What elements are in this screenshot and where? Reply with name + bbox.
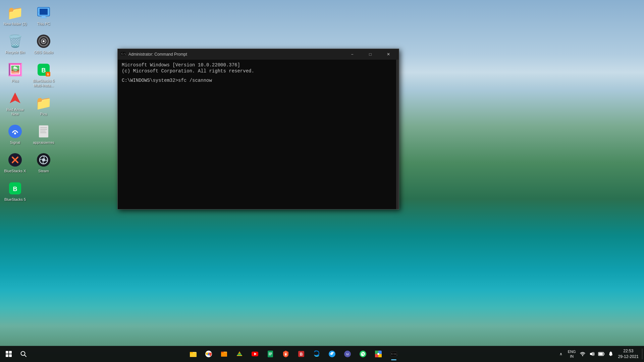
region-label: IN xyxy=(570,354,574,359)
svg-text:C:\>_: C:\>_ xyxy=(391,353,397,355)
desktop-icon-bluestacks-x[interactable]: BlueStacks X xyxy=(2,150,29,175)
tray-wifi[interactable] xyxy=(578,347,587,361)
clock-date: 29-12-2021 xyxy=(618,354,639,360)
svg-text:B: B xyxy=(13,186,17,192)
desktop-icon-bluestacks5-multi[interactable]: B 5 BlueStacks 5 Multi-Insta... xyxy=(30,60,57,89)
taskbar-brave[interactable] xyxy=(278,347,293,361)
taskbar-maps[interactable] xyxy=(371,347,386,361)
svg-point-70 xyxy=(610,352,611,352)
svg-rect-7 xyxy=(40,9,48,15)
desktop-icon-recycle-bin[interactable]: 🗑️ Recycle Bin xyxy=(2,32,29,56)
chrome-icon xyxy=(205,350,213,358)
this-pc-icon xyxy=(36,5,52,21)
obs-studio-label: OBS Studio xyxy=(34,50,53,55)
desktop-icon-bluestacks5[interactable]: B BlueStacks 5 xyxy=(2,179,29,203)
svg-rect-23 xyxy=(40,132,46,133)
wifi-icon xyxy=(580,351,585,357)
svg-rect-9 xyxy=(40,17,47,18)
system-clock[interactable]: 22:53 29-12-2021 xyxy=(615,347,641,361)
bluestacks-x-label: BlueStacks X xyxy=(4,169,26,173)
desktop-icon-steam[interactable]: Steam xyxy=(30,150,57,175)
svg-point-60 xyxy=(377,353,379,355)
cmd-title-icon: C:\ xyxy=(120,51,126,58)
cmd-scrollbar[interactable] xyxy=(396,60,399,209)
svg-rect-33 xyxy=(190,353,197,357)
search-icon xyxy=(20,351,27,357)
signal-icon xyxy=(7,123,23,139)
teams-icon: M xyxy=(343,350,352,358)
taskbar-chrome[interactable] xyxy=(201,347,216,361)
bluestacks5-icon: B xyxy=(7,180,23,196)
notification-icon xyxy=(608,351,613,357)
tray-chevron[interactable]: ∧ xyxy=(556,347,566,361)
taskbar-teams[interactable]: M xyxy=(340,347,355,361)
taskbar-edge[interactable] xyxy=(309,347,324,361)
cmd-content[interactable]: Microsoft Windows [Version 10.0.22000.37… xyxy=(118,60,399,209)
taskbar-file-manager[interactable] xyxy=(217,347,231,361)
start-button[interactable] xyxy=(1,347,16,361)
cmd-minimize-button[interactable]: − xyxy=(344,49,360,60)
steam-icon xyxy=(36,152,52,168)
desktop-icon-obs-studio[interactable]: OBS Studio xyxy=(30,32,57,56)
pics-folder-icon: 📁 xyxy=(36,95,52,111)
recycle-bin-label: Recycle Bin xyxy=(5,50,25,55)
bluestacks5-label: BlueStacks 5 xyxy=(4,197,26,202)
cmd-window: C:\ Administrator: Command Prompt − □ ✕ … xyxy=(117,49,399,209)
taskbar-youtube[interactable] xyxy=(248,347,262,361)
desktop-icon-appraisierres[interactable]: appraisierres xyxy=(30,122,57,146)
tray-battery[interactable] xyxy=(597,347,606,361)
bluestacks5-multi-label: BlueStacks 5 Multi-Insta... xyxy=(32,79,56,87)
brave-icon xyxy=(282,350,290,358)
desktop-icon-signal[interactable]: Signal xyxy=(2,122,29,146)
taskbar-whatsapp[interactable] xyxy=(356,347,370,361)
taskbar-twitter[interactable] xyxy=(325,347,339,361)
maps-icon xyxy=(374,350,382,358)
taskbar-google-drive[interactable] xyxy=(232,347,247,361)
tray-language[interactable]: ENG IN xyxy=(566,347,578,361)
svg-rect-20 xyxy=(40,127,47,128)
svg-rect-34 xyxy=(190,352,193,353)
show-desktop-button[interactable] xyxy=(642,349,644,359)
cmd-taskbar-icon: C:\>_ xyxy=(390,350,398,358)
desktop-icon-red-arrow-new[interactable]: Red Arrow New xyxy=(2,89,29,118)
desktop-icon-pics[interactable]: 🖼️ Pics xyxy=(2,60,29,84)
cmd-titlebar[interactable]: C:\ Administrator: Command Prompt − □ ✕ xyxy=(118,49,399,60)
system-tray: ∧ ENG IN xyxy=(556,347,644,361)
svg-point-26 xyxy=(42,158,45,162)
obs-studio-icon xyxy=(36,33,52,49)
cmd-title-text: Administrator: Command Prompt xyxy=(128,52,342,57)
cmd-line-2: (c) Microsoft Corporation. All rights re… xyxy=(122,68,395,74)
signal-label: Signal xyxy=(10,140,20,145)
svg-rect-68 xyxy=(604,353,604,355)
svg-rect-69 xyxy=(610,355,611,356)
search-button[interactable] xyxy=(16,347,31,361)
desktop-icon-pics-folder[interactable]: 📁 Pics xyxy=(30,94,57,118)
taskbar-bitdefender[interactable]: B xyxy=(294,347,309,361)
svg-text:C:\: C:\ xyxy=(121,53,126,55)
desktop-icon-this-pc[interactable]: This PC xyxy=(30,3,57,27)
svg-line-31 xyxy=(24,355,26,357)
pics-label: Pics xyxy=(12,79,19,83)
bitdefender-icon: B xyxy=(297,350,305,358)
svg-text:M: M xyxy=(346,353,349,356)
taskbar-cmd[interactable]: C:\>_ xyxy=(386,347,401,361)
taskbar-google-sheets[interactable] xyxy=(263,347,278,361)
taskbar-file-explorer[interactable] xyxy=(186,347,201,361)
svg-rect-21 xyxy=(40,129,47,130)
desktop-icon-new-folder[interactable]: 📁 New folder (2) xyxy=(2,3,29,27)
svg-point-1 xyxy=(8,125,22,138)
folder-icon: 📁 xyxy=(7,5,23,21)
svg-rect-48 xyxy=(269,354,272,354)
recycle-bin-icon: 🗑️ xyxy=(7,33,23,49)
clock-time: 22:53 xyxy=(623,348,633,354)
cmd-maximize-button[interactable]: □ xyxy=(363,49,378,60)
tray-volume[interactable] xyxy=(587,347,597,361)
tray-notification[interactable] xyxy=(606,347,615,361)
twitter-icon xyxy=(328,350,336,358)
svg-rect-47 xyxy=(269,353,272,353)
svg-point-64 xyxy=(582,355,583,356)
google-drive-icon xyxy=(235,350,244,358)
svg-text:B: B xyxy=(300,352,303,357)
svg-marker-65 xyxy=(590,352,593,356)
cmd-close-button[interactable]: ✕ xyxy=(381,49,396,60)
